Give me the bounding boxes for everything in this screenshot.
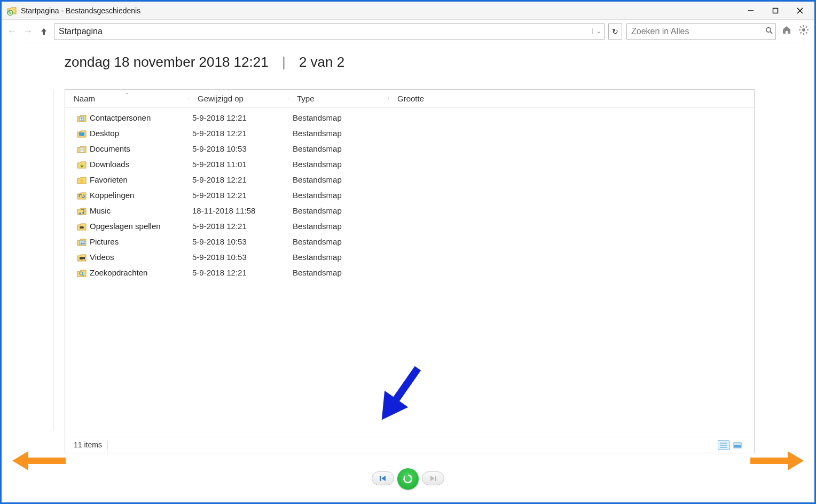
- file-name: Music: [90, 206, 111, 215]
- left-stub: [3, 89, 53, 431]
- folder-icon: [77, 145, 87, 153]
- folder-icon: [77, 222, 87, 231]
- file-name: Opgeslagen spellen: [90, 222, 161, 231]
- file-name: Koppelingen: [90, 191, 134, 200]
- file-type: Bestandsmap: [288, 129, 389, 138]
- file-type: Bestandsmap: [288, 222, 389, 231]
- close-button[interactable]: [788, 3, 812, 19]
- file-name: Desktop: [90, 129, 119, 138]
- file-modified: 18-11-2018 11:58: [189, 206, 288, 215]
- sort-caret-icon: ⌃: [125, 92, 129, 98]
- svg-rect-38: [380, 476, 381, 481]
- table-row[interactable]: Desktop5-9-2018 12:21Bestandsmap: [65, 125, 754, 141]
- folder-icon: [77, 191, 87, 200]
- folder-icon: [77, 269, 87, 277]
- file-modified: 5-9-2018 12:21: [189, 113, 288, 122]
- file-type: Bestandsmap: [288, 253, 389, 262]
- snapshot-timestamp: zondag 18 november 2018 12:21: [65, 54, 269, 70]
- svg-rect-30: [80, 257, 83, 259]
- file-type: Bestandsmap: [288, 160, 389, 169]
- file-modified: 5-9-2018 10:53: [189, 144, 288, 153]
- window-title: Startpagina - Bestandsgeschiedenis: [21, 6, 140, 15]
- svg-line-6: [770, 32, 772, 34]
- minimize-button[interactable]: [739, 3, 763, 19]
- thumbnails-view-button[interactable]: [732, 440, 743, 450]
- gear-icon[interactable]: [797, 25, 810, 38]
- maximize-button[interactable]: [763, 3, 788, 19]
- details-view-button[interactable]: [718, 440, 729, 450]
- file-name: Contactpersonen: [90, 113, 151, 122]
- file-type: Bestandsmap: [288, 175, 389, 184]
- home-icon[interactable]: [780, 25, 793, 38]
- address-text: Startpagina: [54, 27, 592, 36]
- file-name: Downloads: [90, 160, 129, 169]
- svg-rect-18: [79, 132, 84, 136]
- folder-icon: [77, 160, 87, 169]
- svg-point-5: [766, 28, 771, 32]
- svg-point-17: [81, 117, 83, 119]
- history-pager: [2, 471, 814, 493]
- svg-point-7: [802, 28, 805, 32]
- table-row[interactable]: Opgeslagen spellen5-9-2018 12:21Bestands…: [65, 218, 754, 234]
- column-header-name[interactable]: ⌃ Naam: [65, 94, 189, 103]
- file-name: Pictures: [90, 237, 119, 246]
- table-row[interactable]: Documents5-9-2018 10:53Bestandsmap: [65, 141, 754, 156]
- search-box[interactable]: [626, 23, 776, 40]
- app-icon: [7, 5, 18, 16]
- file-type: Bestandsmap: [288, 191, 389, 200]
- restore-button[interactable]: [397, 468, 419, 490]
- file-name: Documents: [90, 144, 130, 153]
- svg-rect-19: [81, 136, 83, 136]
- folder-icon: [77, 253, 87, 262]
- search-input[interactable]: [627, 27, 763, 36]
- file-type: Bestandsmap: [288, 268, 389, 277]
- file-type: Bestandsmap: [288, 206, 389, 215]
- folder-icon: [77, 238, 87, 246]
- svg-rect-37: [734, 445, 741, 447]
- folder-icon: [77, 114, 87, 122]
- annotation-arrow-left: [12, 450, 66, 471]
- up-button[interactable]: [38, 26, 50, 37]
- file-modified: 5-9-2018 12:21: [189, 175, 288, 184]
- file-modified: 5-9-2018 12:21: [189, 129, 288, 138]
- file-name: Videos: [90, 253, 114, 262]
- folder-icon: [77, 207, 87, 215]
- table-row[interactable]: Videos5-9-2018 10:53Bestandsmap: [65, 249, 754, 265]
- address-bar[interactable]: Startpagina ⌄: [54, 23, 605, 40]
- folder-icon: [77, 176, 87, 184]
- svg-line-14: [806, 27, 807, 28]
- refresh-button[interactable]: ↻: [608, 23, 622, 40]
- svg-rect-39: [435, 476, 436, 481]
- snapshot-position: 2 van 2: [299, 54, 344, 70]
- table-row[interactable]: Music18-11-2018 11:58Bestandsmap: [65, 203, 754, 218]
- file-modified: 5-9-2018 10:53: [189, 237, 288, 246]
- file-type: Bestandsmap: [288, 237, 389, 246]
- column-header-modified[interactable]: Gewijzigd op: [189, 94, 288, 103]
- file-modified: 5-9-2018 10:53: [189, 253, 288, 262]
- column-header-size[interactable]: Grootte: [389, 94, 464, 103]
- table-row[interactable]: Downloads5-9-2018 11:01Bestandsmap: [65, 156, 754, 172]
- file-modified: 5-9-2018 11:01: [189, 160, 288, 169]
- file-type: Bestandsmap: [288, 113, 389, 122]
- address-dropdown-icon[interactable]: ⌄: [592, 28, 604, 34]
- table-row[interactable]: Pictures5-9-2018 10:53Bestandsmap: [65, 234, 754, 249]
- annotation-arrow-restore: [375, 363, 423, 427]
- forward-button[interactable]: →: [22, 26, 34, 37]
- column-header-type[interactable]: Type: [288, 94, 389, 103]
- svg-point-23: [79, 212, 81, 215]
- search-icon[interactable]: [763, 27, 775, 36]
- file-type: Bestandsmap: [288, 144, 389, 153]
- svg-line-13: [806, 32, 807, 33]
- table-row[interactable]: Zoekopdrachten5-9-2018 12:21Bestandsmap: [65, 265, 754, 280]
- back-button[interactable]: ←: [6, 26, 18, 37]
- next-version-button[interactable]: [422, 471, 444, 485]
- svg-line-12: [801, 27, 802, 28]
- table-row[interactable]: Contactpersonen5-9-2018 12:21Bestandsmap: [65, 110, 754, 125]
- file-modified: 5-9-2018 12:21: [189, 191, 288, 200]
- status-count: 11 items: [74, 440, 108, 450]
- table-row[interactable]: Favorieten5-9-2018 12:21Bestandsmap: [65, 172, 754, 187]
- file-modified: 5-9-2018 12:21: [189, 222, 288, 231]
- table-row[interactable]: Koppelingen5-9-2018 12:21Bestandsmap: [65, 187, 754, 203]
- previous-version-button[interactable]: [372, 471, 394, 485]
- file-modified: 5-9-2018 12:21: [189, 268, 288, 277]
